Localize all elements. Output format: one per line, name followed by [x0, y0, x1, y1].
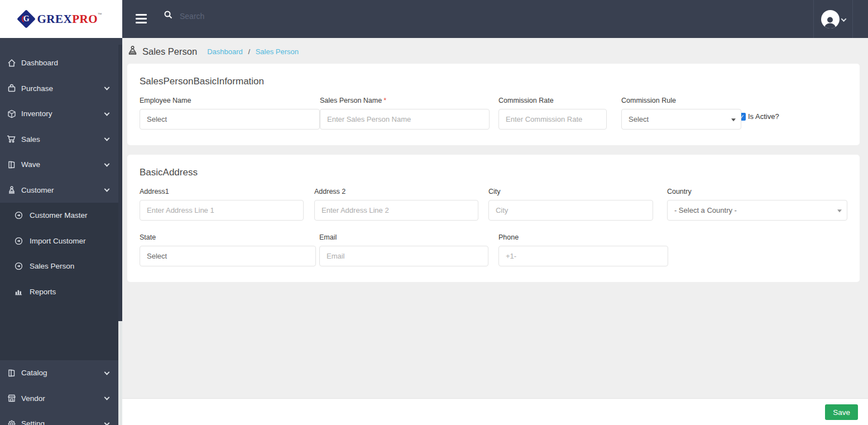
- chevron-down-icon: [104, 187, 110, 192]
- chevron-down-icon: [104, 136, 110, 141]
- country-label: Country: [667, 188, 847, 195]
- commission-rule-select[interactable]: Select: [621, 109, 741, 130]
- topbar: [122, 0, 868, 38]
- employee-name-select[interactable]: Select: [140, 109, 320, 130]
- address1-input[interactable]: [140, 200, 304, 221]
- commission-rate-label: Commission Rate: [498, 97, 607, 104]
- form-footer: Save: [122, 398, 868, 425]
- store-icon: [7, 394, 16, 403]
- sidebar-item-label: Inventory: [21, 109, 52, 118]
- commission-rule-field: Commission Rule Select: [621, 97, 741, 130]
- basic-address-card: BasicAddress Address1 Address 2 City Cou…: [127, 155, 860, 282]
- sidebar-item-sales[interactable]: Sales: [0, 127, 122, 152]
- search-icon: [164, 10, 173, 22]
- city-field: City: [488, 188, 653, 221]
- sales-person-name-input[interactable]: [320, 109, 490, 130]
- chevron-down-icon: [841, 16, 846, 22]
- commission-rate-input[interactable]: [498, 109, 607, 130]
- gear-icon: [7, 419, 16, 425]
- address2-input[interactable]: [314, 200, 478, 221]
- sidebar-item-label: Customer: [21, 186, 54, 194]
- search-bar: [164, 10, 303, 22]
- sidebar-item-dashboard[interactable]: Dashboard: [0, 50, 122, 76]
- commission-rule-label: Commission Rule: [621, 97, 741, 104]
- app-window: G GREXPRO™ Dashboard Purchase: [0, 0, 868, 425]
- sidebar-scrollbar-thumb[interactable]: [118, 45, 122, 321]
- search-input[interactable]: [180, 12, 303, 21]
- sidebar-item-inventory[interactable]: Inventory: [0, 101, 122, 127]
- sidebar-item-vendor[interactable]: Vendor: [0, 386, 122, 412]
- sales-person-icon: [127, 45, 138, 58]
- state-select[interactable]: Select: [140, 246, 316, 266]
- brand-name: GREXPRO™: [37, 12, 102, 26]
- customer-icon: [7, 185, 16, 195]
- breadcrumb-separator: /: [248, 47, 250, 56]
- main-content: Sales Person Dashboard / Sales Person Sa…: [122, 38, 868, 425]
- city-input[interactable]: [488, 200, 653, 221]
- sidebar-item-label: Purchase: [21, 84, 53, 93]
- commission-rate-field: Commission Rate: [498, 97, 607, 130]
- sidebar-item-import-customer[interactable]: Import Customer: [0, 228, 122, 254]
- is-active-label: Is Active?: [748, 112, 779, 121]
- save-button[interactable]: Save: [825, 404, 858, 420]
- sidebar-item-label: Dashboard: [21, 59, 58, 67]
- sidebar-item-customer-master[interactable]: Customer Master: [0, 203, 122, 228]
- sidebar-item-sales-person[interactable]: Sales Person: [0, 254, 122, 279]
- country-select[interactable]: - Select a Country -: [667, 200, 847, 221]
- chevron-down-icon: [104, 161, 110, 166]
- brand-diamond-icon: G: [17, 9, 36, 28]
- chevron-down-icon: [104, 420, 110, 425]
- sidebar-item-label: Setting: [21, 419, 45, 425]
- sidebar-item-setting[interactable]: Setting: [0, 411, 122, 425]
- brand-logo[interactable]: G GREXPRO™: [0, 0, 122, 38]
- chevron-down-icon: [104, 369, 110, 375]
- arrow-circle-icon: [14, 236, 23, 246]
- chevron-down-icon: [104, 85, 110, 90]
- sales-person-name-field: Sales Person Name*: [320, 97, 490, 130]
- bar-chart-icon: [14, 287, 23, 297]
- sidebar-item-purchase[interactable]: Purchase: [0, 76, 122, 102]
- customer-submenu: Customer Master Import Customer Sales Pe…: [0, 203, 122, 360]
- email-input[interactable]: [319, 246, 488, 266]
- sidebar-item-label: Sales: [21, 135, 40, 144]
- address2-label: Address 2: [314, 188, 478, 195]
- sidebar-item-label: Wave: [21, 160, 40, 169]
- breadcrumb: Sales Person Dashboard / Sales Person: [122, 38, 868, 64]
- user-menu[interactable]: [813, 0, 853, 38]
- dropdown-arrow-icon: [837, 209, 842, 212]
- book-icon: [7, 160, 16, 169]
- sidebar-item-reports[interactable]: Reports: [0, 279, 122, 305]
- address1-field: Address1: [140, 188, 304, 221]
- arrow-circle-icon: [14, 211, 23, 220]
- breadcrumb-current-link[interactable]: Sales Person: [256, 47, 299, 56]
- city-label: City: [488, 188, 653, 195]
- sales-person-name-label: Sales Person Name: [320, 97, 382, 104]
- dropdown-arrow-icon: [731, 118, 736, 121]
- avatar: [821, 10, 840, 28]
- employee-name-label: Employee Name: [140, 97, 320, 104]
- sidebar-item-label: Catalog: [21, 369, 47, 377]
- sidebar-item-label: Import Customer: [30, 237, 86, 245]
- cart-icon: [7, 135, 16, 144]
- sidebar-item-catalog[interactable]: Catalog: [0, 360, 122, 386]
- breadcrumb-dashboard-link[interactable]: Dashboard: [207, 47, 243, 56]
- required-asterisk: *: [383, 97, 386, 104]
- purchase-bag-icon: [7, 84, 16, 93]
- email-field: Email: [319, 233, 488, 266]
- phone-input[interactable]: [498, 246, 668, 266]
- phone-field: Phone: [498, 233, 668, 266]
- state-label: State: [140, 233, 316, 241]
- address1-label: Address1: [140, 188, 304, 195]
- sidebar-nav: Dashboard Purchase Inventory: [0, 38, 122, 425]
- sidebar-item-customer[interactable]: Customer: [0, 178, 122, 203]
- sidebar-item-label: Vendor: [21, 394, 45, 403]
- home-icon: [7, 58, 16, 68]
- hamburger-menu-icon[interactable]: [136, 14, 147, 26]
- sidebar-item-wave[interactable]: Wave: [0, 152, 122, 178]
- sidebar-item-label: Reports: [30, 288, 56, 296]
- country-field: Country - Select a Country -: [667, 188, 847, 221]
- sidebar-scrollbar-track[interactable]: [118, 321, 122, 425]
- email-label: Email: [319, 233, 488, 241]
- chevron-down-icon: [104, 395, 110, 400]
- is-active-group: ✓ Is Active?: [738, 112, 779, 121]
